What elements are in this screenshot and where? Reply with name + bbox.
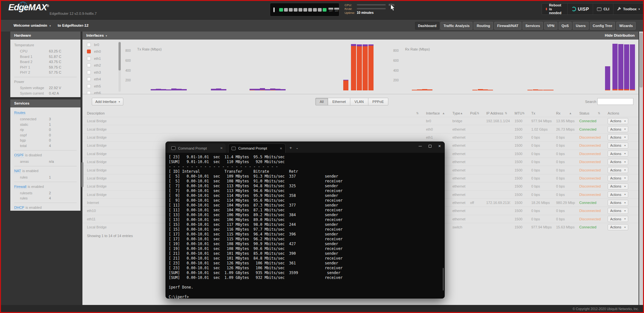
cell-mtu: 1500 — [510, 160, 527, 164]
interface-legend-item-eth2[interactable]: eth2 — [87, 62, 118, 69]
sidebar-scrollbar[interactable] — [81, 162, 83, 187]
logo-text: EdgeMAX® — [8, 3, 49, 13]
new-tab-button[interactable]: + — [289, 145, 292, 150]
service-link-dhcp[interactable]: DHCP — [14, 206, 24, 210]
interface-legend-item-eth4[interactable]: eth4 — [87, 76, 118, 83]
interface-legend-item-eth0[interactable]: eth0 — [87, 48, 118, 55]
column-header-poe[interactable]: PoE⇅ — [466, 111, 482, 115]
tab-users[interactable]: Users — [573, 22, 589, 30]
terminal-tab-1[interactable]: Command Prompt✕ — [168, 143, 226, 153]
chevron-down-icon[interactable]: ▾ — [50, 24, 51, 27]
interface-legend-item-eth5[interactable]: eth5 — [87, 83, 118, 90]
tab-firewall-nat[interactable]: Firewall/NAT — [494, 22, 521, 30]
tab-config-tree[interactable]: Config Tree — [590, 22, 615, 30]
tab-dashboard[interactable]: Dashboard — [415, 22, 439, 30]
minimize-button[interactable] — [415, 142, 425, 151]
sort-icon: ⇅ — [477, 112, 479, 115]
tab-dropdown-button[interactable]: ⌄ — [296, 146, 298, 150]
page-scrollbar[interactable] — [639, 32, 643, 305]
interface-legend-item-eth6[interactable]: eth6 — [87, 90, 118, 94]
row-actions-button[interactable]: Actions▾ — [608, 151, 628, 157]
column-header-mtu[interactable]: MTU⇅ — [510, 111, 527, 115]
bar-segment-eth0 — [478, 89, 483, 90]
interface-checkbox-eth5[interactable] — [87, 84, 91, 88]
legend-scrollbar[interactable] — [118, 41, 121, 92]
row-actions-button[interactable]: Actions▾ — [608, 167, 628, 173]
terminal-titlebar[interactable]: Command Prompt✕Command Prompt✕ + ⌄ ✕ — [166, 142, 444, 153]
service-state: is enabled — [22, 169, 38, 173]
tab-wizards[interactable]: Wizards — [616, 22, 636, 30]
service-link-firewall[interactable]: Firewall — [14, 185, 26, 189]
toolbox-button[interactable]: Toolbox ▾ — [613, 4, 644, 14]
column-header-tx[interactable]: Tx — [527, 111, 552, 115]
interface-checkbox-eth6[interactable] — [87, 91, 91, 94]
tab-qos[interactable]: QoS — [559, 22, 572, 30]
interface-checkbox-eth1[interactable] — [87, 57, 91, 60]
service-stat-row: rules1 — [20, 175, 77, 179]
row-actions-button[interactable]: Actions▾ — [608, 183, 628, 189]
interface-legend-item-eth1[interactable]: eth1 — [87, 55, 118, 62]
interface-checkbox-eth2[interactable] — [87, 63, 91, 67]
uisp-button[interactable]: UISP — [568, 4, 593, 14]
column-header-ip-address[interactable]: IP Address⇅ — [482, 111, 510, 115]
column-header-status[interactable]: Status⇅ — [575, 111, 603, 115]
tab-services[interactable]: Services — [523, 22, 543, 30]
filter-button-vlan[interactable]: VLAN — [350, 98, 368, 106]
welcome-user[interactable]: Welcome uniadmin — [14, 23, 47, 27]
interface-checkbox-eth3[interactable] — [87, 70, 91, 74]
chevron-down-icon: ▾ — [624, 136, 626, 139]
cell-mtu: 1500 — [510, 225, 527, 229]
interface-checkbox-eth4[interactable] — [87, 77, 91, 81]
service-link-ospf[interactable]: OSPF — [14, 153, 24, 157]
row-actions-button[interactable]: Actions▾ — [608, 224, 628, 230]
row-actions-button[interactable]: Actions▾ — [608, 175, 628, 181]
header-button-group: Reboot is needed UISP CLI Toolbox ▾ — [542, 3, 644, 15]
interface-checkbox-br0[interactable] — [87, 43, 91, 47]
tab-close-icon[interactable]: ✕ — [280, 147, 282, 150]
row-actions-button[interactable]: Actions▾ — [608, 143, 628, 149]
row-actions-button[interactable]: Actions▾ — [608, 200, 628, 206]
maximize-button[interactable] — [425, 142, 435, 151]
interface-checkbox-eth0[interactable] — [87, 50, 91, 53]
search-input[interactable] — [597, 98, 633, 105]
terminal-scrollbar-thumb[interactable] — [443, 268, 444, 290]
hide-distribution-button[interactable]: Hide Distribution — [605, 32, 635, 40]
close-button[interactable]: ✕ — [435, 142, 444, 151]
legend-scrollbar-thumb[interactable] — [118, 42, 121, 70]
row-actions-button[interactable]: Actions▾ — [608, 159, 628, 165]
column-header-type[interactable]: Type▲ — [448, 111, 466, 115]
row-actions-button[interactable]: Actions▾ — [608, 118, 628, 124]
column-header-rx[interactable]: Rx▲ — [552, 111, 575, 115]
service-link-nat[interactable]: NAT — [14, 169, 21, 173]
column-header-description[interactable]: Description⇅ — [87, 111, 422, 115]
row-actions-button[interactable]: Actions▾ — [608, 126, 628, 132]
cell-status: Disconnected — [575, 143, 603, 147]
tab-traffic-analysis[interactable]: Traffic Analysis — [440, 22, 472, 30]
filter-button-all[interactable]: All — [315, 98, 328, 106]
tab-routing[interactable]: Routing — [474, 22, 493, 30]
interface-legend-item-br0[interactable]: br0 — [87, 41, 118, 48]
cell-mtu: 1500 — [510, 168, 527, 172]
table-row: Local Bridgeeth0ethernet15001.02 Gbps26.… — [82, 125, 639, 133]
column-header-actions[interactable]: Actions — [603, 111, 635, 115]
column-header-interface[interactable]: Interface▲ — [422, 111, 448, 115]
interfaces-panel-title[interactable]: Interfaces▾ — [86, 32, 107, 40]
service-link-routes[interactable]: Routes — [14, 111, 25, 115]
page-scrollbar-thumb[interactable] — [639, 33, 643, 87]
actions-label: Actions — [610, 209, 621, 213]
chart-bar — [280, 89, 286, 90]
filter-button-ethernet[interactable]: Ethernet — [328, 98, 350, 106]
row-actions-button[interactable]: Actions▾ — [608, 191, 628, 198]
tab-vpn[interactable]: VPN — [544, 22, 557, 30]
top-header-bar: EdgeMAX® EdgeRouter 12 v2.0.9-hotfix.7 S… — [0, 0, 644, 19]
filter-button-pppoe[interactable]: PPPoE — [368, 98, 388, 106]
tab-close-icon[interactable]: ✕ — [220, 146, 223, 150]
row-actions-button[interactable]: Actions▾ — [608, 216, 628, 222]
row-actions-button[interactable]: Actions▾ — [608, 208, 628, 214]
cli-button[interactable]: CLI — [593, 4, 613, 14]
interface-legend-item-eth3[interactable]: eth3 — [87, 69, 118, 76]
add-interface-button[interactable]: Add Interface ▾ — [92, 98, 123, 106]
row-actions-button[interactable]: Actions▾ — [608, 134, 628, 140]
terminal-tab-2[interactable]: Command Prompt✕ — [228, 143, 286, 153]
reboot-needed-button[interactable]: Reboot is needed — [542, 4, 568, 14]
